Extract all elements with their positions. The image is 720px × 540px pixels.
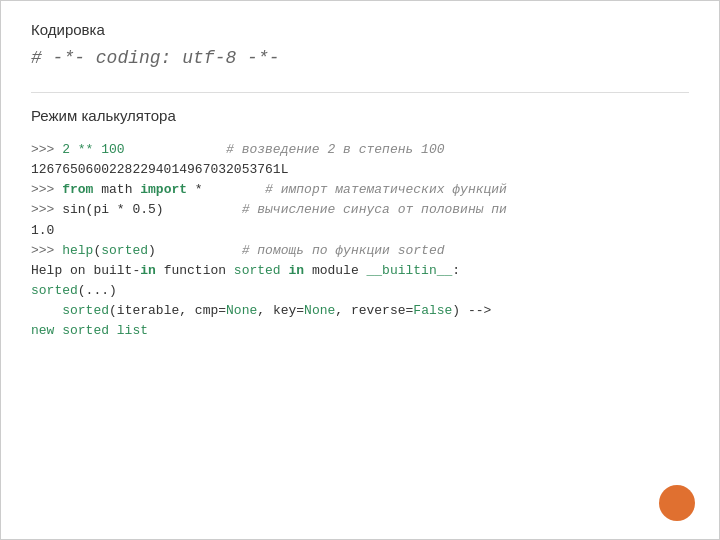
sorted-params: (iterable, cmp= — [109, 303, 226, 318]
math-text: math — [93, 182, 140, 197]
repl-output-10: new sorted list — [31, 321, 689, 341]
keyword-from: from — [62, 182, 93, 197]
section1-label: Кодировка — [31, 21, 689, 38]
new-sorted-list: new sorted list — [31, 323, 148, 338]
help-close: ) — [148, 243, 156, 258]
comment-3: # импорт математических функций — [203, 182, 507, 197]
builtin-mod: __builtin__ — [367, 263, 453, 278]
slide: Кодировка # -*- coding: utf-8 -*- Режим … — [0, 0, 720, 540]
help-output-1: Help on built- — [31, 263, 140, 278]
help-text: help — [62, 243, 93, 258]
prompt-3: >>> — [31, 182, 62, 197]
sorted-sig: sorted — [62, 303, 109, 318]
prompt-6: >>> — [31, 243, 62, 258]
repl-output-9: sorted(iterable, cmp=None, key=None, rev… — [31, 301, 689, 321]
sorted-dots: (...) — [78, 283, 117, 298]
comment-6: # помощь по функции sorted — [156, 243, 445, 258]
repl-line-1: >>> 2 ** 100 # возведение 2 в степень 10… — [31, 140, 689, 160]
divider — [31, 92, 689, 93]
comment-4: # вычисление синуса от половины пи — [164, 202, 507, 217]
help-output-1d: module — [304, 263, 366, 278]
coding-line: # -*- coding: utf-8 -*- — [31, 44, 689, 72]
keyword-in2: in — [288, 263, 304, 278]
sorted-arg: sorted — [101, 243, 148, 258]
repl-output-8: sorted(...) — [31, 281, 689, 301]
repl-line-6: >>> help(sorted) # помощь по функции sor… — [31, 241, 689, 261]
star-text: * — [187, 182, 203, 197]
repl-output-4: 1.0 — [31, 221, 689, 241]
sorted-call: sorted — [31, 283, 78, 298]
help-output-1e: : — [452, 263, 460, 278]
false-kw: False — [413, 303, 452, 318]
output-4: 1.0 — [31, 223, 54, 238]
repl-output-1: 12676506002282294014967032053761L — [31, 160, 689, 180]
repl-line-4: >>> sin(pi * 0.5) # вычисление синуса от… — [31, 200, 689, 220]
section2-label: Режим калькулятора — [31, 107, 689, 124]
repl-output-7: Help on built-in function sorted in modu… — [31, 261, 689, 281]
sorted-params2: , key= — [257, 303, 304, 318]
sorted-indent — [31, 303, 62, 318]
repl-line-3: >>> from math import * # импорт математи… — [31, 180, 689, 200]
sorted-func: sorted — [234, 263, 281, 278]
code-2-star: 2 ** 100 — [62, 142, 124, 157]
sin-text: sin(pi * 0.5) — [62, 202, 163, 217]
none1: None — [226, 303, 257, 318]
prompt-1: >>> — [31, 142, 62, 157]
sorted-arrow: ) --> — [452, 303, 491, 318]
help-output-1b: function — [156, 263, 234, 278]
keyword-in: in — [140, 263, 156, 278]
repl-block: >>> 2 ** 100 # возведение 2 в степень 10… — [31, 140, 689, 341]
orange-circle — [659, 485, 695, 521]
none2: None — [304, 303, 335, 318]
coding-text: # -*- coding: utf-8 -*- — [31, 48, 279, 68]
prompt-4: >>> — [31, 202, 62, 217]
keyword-import: import — [140, 182, 187, 197]
output-1: 12676506002282294014967032053761L — [31, 162, 288, 177]
sorted-params3: , reverse= — [335, 303, 413, 318]
comment-1: # возведение 2 в степень 100 — [125, 142, 445, 157]
